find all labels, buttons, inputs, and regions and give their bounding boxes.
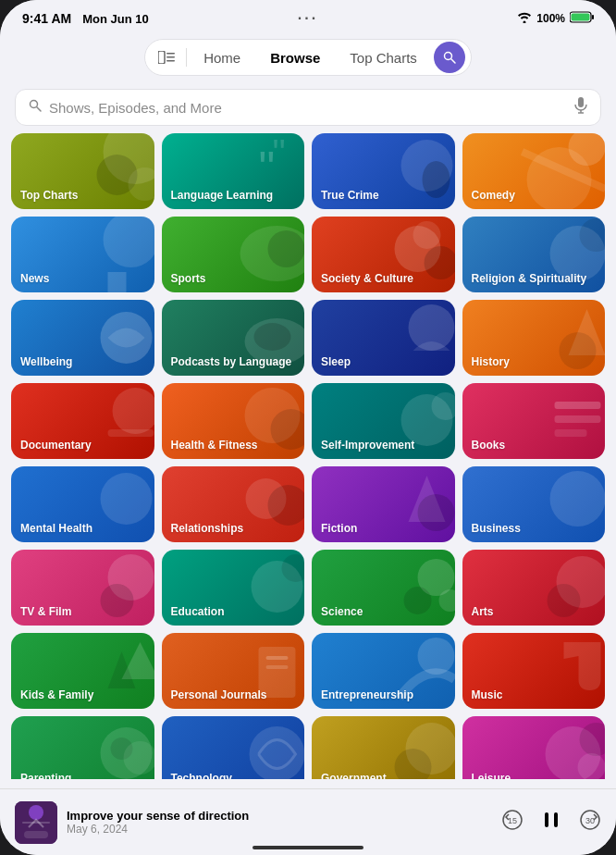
svg-rect-46 <box>554 415 600 423</box>
category-documentary[interactable]: Documentary <box>11 383 154 459</box>
svg-rect-66 <box>265 665 288 669</box>
category-label: Language Learning <box>171 189 274 202</box>
category-label: TV & Film <box>20 605 71 618</box>
category-top-charts[interactable]: Top Charts <box>11 133 154 209</box>
status-date: Mon Jun 10 <box>82 12 149 26</box>
svg-rect-6 <box>166 60 175 62</box>
category-podcasts-language[interactable]: Podcasts by Language <box>162 300 305 376</box>
category-label: Religion & Spirituality <box>472 272 587 285</box>
category-label: Kids & Family <box>20 688 93 701</box>
category-wellbeing[interactable]: Wellbeing <box>11 300 154 376</box>
category-label: Health & Fitness <box>171 439 258 452</box>
category-news[interactable]: News <box>11 217 154 292</box>
category-label: True Crime <box>321 189 379 202</box>
category-true-crime[interactable]: True Crime <box>312 133 455 209</box>
category-label: Relationships <box>171 522 244 535</box>
category-arts[interactable]: Arts <box>462 550 606 626</box>
category-education[interactable]: Education <box>162 550 305 626</box>
nav-browse[interactable]: Browse <box>255 44 335 71</box>
svg-point-61 <box>547 584 580 617</box>
category-label: Entrepreneurship <box>321 688 413 701</box>
category-label: History <box>472 355 510 368</box>
svg-point-58 <box>404 587 432 614</box>
svg-text:15: 15 <box>508 816 517 825</box>
svg-point-78 <box>29 805 43 820</box>
wifi-icon <box>517 12 532 26</box>
nav-top-charts[interactable]: Top Charts <box>335 44 432 71</box>
category-art <box>11 716 154 779</box>
svg-point-38 <box>559 332 596 369</box>
svg-line-10 <box>37 107 41 111</box>
mic-icon[interactable] <box>574 97 587 118</box>
category-art <box>462 716 606 779</box>
svg-point-48 <box>101 473 153 525</box>
category-label: Society & Culture <box>321 272 413 285</box>
category-label: Fiction <box>321 522 357 535</box>
category-government[interactable]: Government <box>312 716 455 779</box>
svg-point-20 <box>423 161 450 198</box>
sidebar-toggle-button[interactable] <box>149 42 184 73</box>
category-personal-journals[interactable]: Personal Journals <box>162 633 305 709</box>
category-label: Technology <box>171 772 232 779</box>
category-music[interactable]: Music <box>462 633 606 709</box>
category-grid-scroll[interactable]: Top Charts "" Language Learning True Cri… <box>0 133 616 779</box>
nav-search-button[interactable] <box>434 42 465 73</box>
category-self-improvement[interactable]: Self-Improvement <box>312 383 455 459</box>
category-books[interactable]: Books <box>462 383 606 459</box>
svg-rect-80 <box>24 831 48 838</box>
status-bar: 9:41 AM Mon Jun 10 ··· 100% <box>0 0 616 31</box>
category-comedy[interactable]: Comedy <box>462 133 606 209</box>
category-label: Science <box>321 605 363 618</box>
svg-rect-79 <box>22 822 50 824</box>
category-society-culture[interactable]: Society & Culture <box>312 217 455 292</box>
category-label: Comedy <box>472 189 515 202</box>
category-entrepreneurship[interactable]: Entrepreneurship <box>312 633 455 709</box>
search-bar[interactable]: Shows, Episodes, and More <box>15 89 601 126</box>
category-science[interactable]: Science <box>312 550 455 626</box>
category-label: Books <box>472 439 506 452</box>
category-leisure[interactable]: Leisure <box>462 716 606 779</box>
svg-text:": " <box>272 133 285 173</box>
category-sports[interactable]: Sports <box>162 217 305 292</box>
category-technology[interactable]: Technology <box>162 716 305 779</box>
category-label: Music <box>472 688 503 701</box>
player-forward-button[interactable]: 30 <box>579 809 601 836</box>
device-frame: 9:41 AM Mon Jun 10 ··· 100% Home Browse … <box>0 0 616 855</box>
player-info: Improve your sense of direction May 6, 2… <box>67 809 492 836</box>
nav-home[interactable]: Home <box>189 44 255 71</box>
svg-rect-84 <box>554 812 558 827</box>
nav-divider <box>186 48 187 67</box>
category-relationships[interactable]: Relationships <box>162 466 305 542</box>
player-thumbnail <box>15 801 57 844</box>
svg-point-51 <box>418 494 455 531</box>
svg-rect-11 <box>578 97 584 107</box>
svg-rect-45 <box>554 402 600 409</box>
category-mental-health[interactable]: Mental Health <box>11 466 154 542</box>
category-kids-family[interactable]: Kids & Family <box>11 633 154 709</box>
category-sleep[interactable]: Sleep <box>312 300 455 376</box>
svg-rect-1 <box>572 14 590 21</box>
category-label: Sports <box>171 272 206 285</box>
player-date: May 6, 2024 <box>67 823 492 836</box>
category-label: Arts <box>472 605 494 618</box>
category-label: Documentary <box>20 439 92 452</box>
category-tv-film[interactable]: TV & Film <box>11 550 154 626</box>
category-label: Parenting <box>20 772 71 779</box>
category-language-learning[interactable]: "" Language Learning <box>162 133 305 209</box>
category-fiction[interactable]: Fiction <box>312 466 455 542</box>
category-grid: Top Charts "" Language Learning True Cri… <box>11 133 605 779</box>
category-business[interactable]: Business <box>462 466 606 542</box>
category-history[interactable]: History <box>462 300 606 376</box>
search-input[interactable]: Shows, Episodes, and More <box>49 100 567 116</box>
svg-rect-65 <box>265 656 288 660</box>
nav-bar: Home Browse Top Charts <box>0 31 616 83</box>
player-title: Improve your sense of direction <box>67 809 492 823</box>
svg-rect-3 <box>158 51 165 64</box>
category-parenting[interactable]: Parenting <box>11 716 154 779</box>
category-religion-spirituality[interactable]: Religion & Spirituality <box>462 217 606 292</box>
player-back-button[interactable]: 15 <box>501 809 524 836</box>
category-label: Top Charts <box>20 189 78 202</box>
player-play-button[interactable] <box>540 809 562 836</box>
category-health-fitness[interactable]: Health & Fitness <box>162 383 305 459</box>
battery-icon: 100% <box>536 12 565 25</box>
